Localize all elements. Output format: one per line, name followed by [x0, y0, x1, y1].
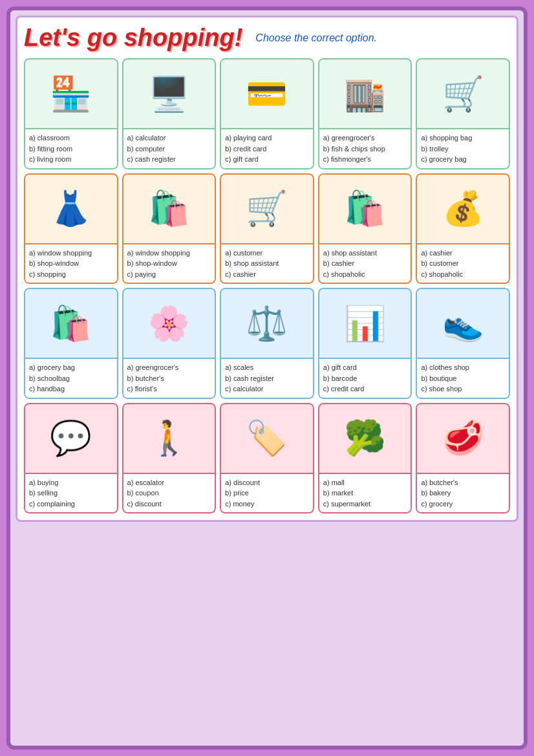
cell-r0-c4: 🛒a) shopping bagb) trolleyc) grocery bag — [416, 58, 510, 169]
cell-r0-c1: 🖥️a) calculatorb) computerc) cash regist… — [122, 58, 217, 169]
option-r1-c2-2: c) cashier — [225, 269, 309, 280]
cell-r0-c0: 🏪a) classroomb) fitting roomc) living ro… — [24, 58, 118, 169]
cell-r2-c0: 🛍️a) grocery bagb) schoolbagc) handbag — [24, 288, 118, 399]
cell-r3-c2: 🏷️a) discountb) pricec) money — [220, 403, 314, 514]
main-grid: 🏪a) classroomb) fitting roomc) living ro… — [24, 58, 510, 513]
option-r3-c0-0: a) buying — [29, 477, 113, 488]
option-r0-c1-0: a) calculator — [127, 133, 211, 144]
inner-bg: Let's go shopping! Choose the correct op… — [16, 16, 518, 522]
option-r0-c2-2: c) gift card — [225, 154, 309, 165]
cell-r1-c2: 🛒a) customerb) shop assistantc) cashier — [220, 173, 314, 285]
option-r0-c4-1: b) trolley — [421, 144, 505, 155]
cell-r3-c4: 🥩a) butcher'sb) bakeryc) grocery — [416, 403, 510, 514]
option-r3-c2-2: c) money — [225, 499, 309, 510]
option-r0-c1-2: c) cash register — [127, 154, 211, 165]
option-r3-c1-2: c) discount — [127, 499, 211, 510]
option-r0-c4-2: c) grocery bag — [421, 154, 505, 165]
cell-image-r3-c2: 🏷️ — [220, 403, 314, 474]
cell-image-r2-c0: 🛍️ — [24, 288, 118, 359]
option-r2-c2-2: c) calculator — [225, 383, 309, 394]
option-r3-c3-0: a) mall — [323, 477, 407, 488]
option-r3-c4-2: c) grocery — [421, 499, 505, 510]
cell-image-r1-c4: 💰 — [416, 173, 510, 244]
cell-text-r3-c3: a) mallb) marketc) supermarket — [318, 474, 412, 514]
option-r1-c0-1: b) shop-window — [29, 258, 113, 269]
cell-text-r3-c4: a) butcher'sb) bakeryc) grocery — [416, 474, 510, 514]
option-r1-c3-1: b) cashier — [323, 258, 407, 269]
cell-image-r3-c1: 🚶 — [122, 403, 217, 474]
option-r2-c3-0: a) gift card — [323, 362, 407, 373]
option-r0-c4-0: a) shopping bag — [421, 133, 505, 144]
option-r2-c2-0: a) scales — [225, 362, 309, 373]
cell-text-r1-c0: a) window shoppingb) shop-windowc) shopp… — [24, 244, 118, 285]
cell-r3-c3: 🥦a) mallb) marketc) supermarket — [318, 403, 412, 514]
cell-image-r2-c3: 📊 — [318, 288, 412, 359]
cell-r3-c0: 💬a) buyingb) sellingc) complaining — [24, 403, 118, 514]
option-r2-c1-1: b) butcher's — [127, 373, 211, 384]
option-r0-c3-2: c) fishmonger's — [323, 154, 407, 165]
option-r1-c0-0: a) window shopping — [29, 248, 113, 259]
option-r0-c0-1: b) fitting room — [29, 144, 113, 155]
option-r3-c1-1: b) coupon — [127, 488, 211, 499]
cell-text-r1-c3: a) shop assistantb) cashierc) shopaholic — [318, 244, 412, 285]
option-r1-c2-1: b) shop assistant — [225, 258, 309, 269]
option-r1-c4-2: c) shopaholic — [421, 269, 505, 280]
option-r2-c3-2: c) credit card — [323, 383, 407, 394]
cell-text-r1-c1: a) window shoppingb) shop-windowc) payin… — [122, 244, 217, 285]
option-r1-c1-2: c) paying — [127, 269, 211, 280]
cell-r0-c2: 💳a) playing cardb) credit cardc) gift ca… — [220, 58, 314, 169]
option-r3-c2-0: a) discount — [225, 477, 309, 488]
option-r2-c3-1: b) barcode — [323, 373, 407, 384]
cell-text-r2-c0: a) grocery bagb) schoolbagc) handbag — [24, 359, 118, 399]
cell-image-r2-c1: 🌸 — [122, 288, 217, 359]
option-r2-c4-2: c) shoe shop — [421, 383, 505, 394]
cell-text-r0-c3: a) greengrocer'sb) fish & chips shopc) f… — [318, 129, 412, 169]
cell-r2-c3: 📊a) gift cardb) barcodec) credit card — [318, 288, 412, 399]
cell-image-r1-c0: 👗 — [24, 173, 118, 244]
option-r2-c0-0: a) grocery bag — [29, 362, 113, 373]
option-r1-c3-2: c) shopaholic — [323, 269, 407, 280]
cell-image-r2-c4: 👟 — [416, 288, 510, 359]
cell-image-r0-c3: 🏬 — [318, 58, 412, 129]
option-r2-c4-1: b) boutique — [421, 373, 505, 384]
option-r3-c4-0: a) butcher's — [421, 477, 505, 488]
cell-text-r0-c4: a) shopping bagb) trolleyc) grocery bag — [416, 129, 510, 169]
cell-image-r0-c1: 🖥️ — [122, 58, 217, 129]
option-r0-c2-0: a) playing card — [225, 133, 309, 144]
cell-text-r3-c2: a) discountb) pricec) money — [220, 474, 314, 514]
cell-text-r0-c0: a) classroomb) fitting roomc) living roo… — [24, 129, 118, 169]
cell-image-r3-c4: 🥩 — [416, 403, 510, 474]
cell-image-r1-c1: 🛍️ — [122, 173, 217, 244]
cell-text-r3-c1: a) escalatorb) couponc) discount — [122, 474, 217, 514]
option-r2-c1-0: a) greengrocer's — [127, 362, 211, 373]
cell-text-r2-c1: a) greengrocer'sb) butcher'sc) florist's — [122, 359, 217, 399]
cell-r1-c0: 👗a) window shoppingb) shop-windowc) shop… — [24, 173, 118, 285]
option-r3-c3-1: b) market — [323, 488, 407, 499]
option-r0-c3-1: b) fish & chips shop — [323, 144, 407, 155]
option-r1-c3-0: a) shop assistant — [323, 248, 407, 259]
option-r3-c0-1: b) selling — [29, 488, 113, 499]
page-title: Let's go shopping! — [24, 24, 242, 52]
option-r2-c0-1: b) schoolbag — [29, 373, 113, 384]
cell-r1-c1: 🛍️a) window shoppingb) shop-windowc) pay… — [122, 173, 217, 285]
cell-r1-c4: 💰a) cashierb) customerc) shopaholic — [416, 173, 510, 285]
option-r1-c2-0: a) customer — [225, 248, 309, 259]
option-r2-c0-2: c) handbag — [29, 383, 113, 394]
cell-text-r3-c0: a) buyingb) sellingc) complaining — [24, 474, 118, 514]
cell-image-r0-c0: 🏪 — [24, 58, 118, 129]
cell-r2-c2: ⚖️a) scalesb) cash registerc) calculator — [220, 288, 314, 399]
option-r1-c4-0: a) cashier — [421, 248, 505, 259]
header: Let's go shopping! Choose the correct op… — [24, 24, 510, 52]
cell-text-r1-c2: a) customerb) shop assistantc) cashier — [220, 244, 314, 285]
option-r2-c1-2: c) florist's — [127, 383, 211, 394]
option-r3-c3-2: c) supermarket — [323, 499, 407, 510]
cell-image-r2-c2: ⚖️ — [220, 288, 314, 359]
cell-text-r1-c4: a) cashierb) customerc) shopaholic — [416, 244, 510, 285]
cell-text-r2-c2: a) scalesb) cash registerc) calculator — [220, 359, 314, 399]
page-subtitle: Choose the correct option. — [255, 32, 377, 44]
cell-image-r3-c3: 🥦 — [318, 403, 412, 474]
option-r2-c2-1: b) cash register — [225, 373, 309, 384]
cell-r2-c1: 🌸a) greengrocer'sb) butcher'sc) florist'… — [122, 288, 217, 399]
cell-r1-c3: 🛍️a) shop assistantb) cashierc) shopahol… — [318, 173, 412, 285]
cell-image-r3-c0: 💬 — [24, 403, 118, 474]
